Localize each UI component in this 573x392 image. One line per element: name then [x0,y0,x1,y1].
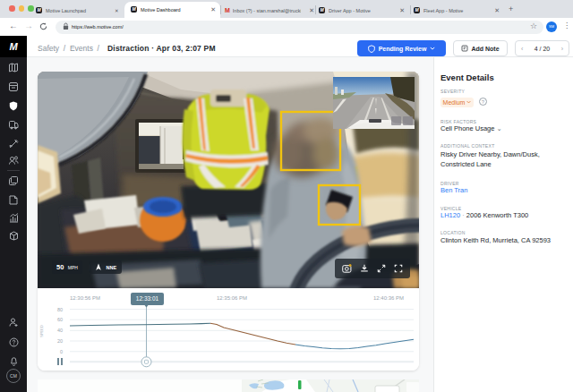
svg-text:40: 40 [57,328,63,333]
svg-text:20: 20 [57,338,63,344]
svg-text:60: 60 [57,317,63,322]
svg-text:80: 80 [57,307,63,312]
svg-text:0: 0 [60,349,63,354]
svg-text:SPEED: SPEED [39,325,44,337]
